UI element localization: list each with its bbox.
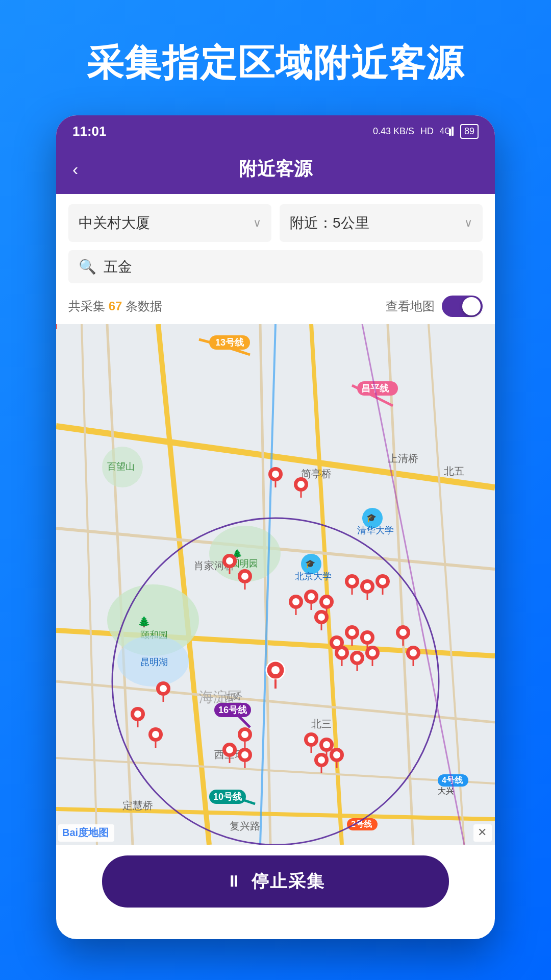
svg-text:Bai度地图: Bai度地图 (62, 827, 109, 838)
header-title: 附近客源 (239, 157, 312, 182)
svg-point-117 (134, 710, 141, 718)
range-chevron-icon: ∨ (464, 216, 472, 230)
svg-point-111 (160, 685, 167, 692)
range-value: 附近：5公里 (290, 213, 369, 233)
svg-text:北三: 北三 (311, 718, 332, 729)
svg-point-132 (308, 736, 315, 743)
svg-rect-1 (449, 129, 451, 136)
stats-row: 共采集 67 条数据 查看地图 (68, 291, 483, 324)
svg-text:✕: ✕ (478, 826, 487, 839)
stop-button-label: 停止采集 (252, 870, 325, 893)
svg-text:简亭桥: 简亭桥 (301, 468, 332, 479)
svg-point-129 (241, 751, 248, 758)
svg-point-102 (338, 649, 345, 656)
page-title: 采集指定区域附近客源 (56, 0, 495, 115)
range-dropdown[interactable]: 附近：5公里 ∨ (280, 204, 483, 242)
back-button[interactable]: ‹ (72, 159, 78, 179)
svg-point-138 (318, 756, 325, 764)
search-icon: 🔍 (79, 258, 96, 275)
svg-text:北五: 北五 (444, 465, 464, 477)
svg-point-90 (379, 578, 386, 585)
network-icon: 4G (440, 125, 454, 138)
svg-text:10号线: 10号线 (213, 792, 242, 802)
search-input[interactable] (104, 259, 472, 275)
svg-text:🎓: 🎓 (366, 513, 377, 523)
svg-text:定慧桥: 定慧桥 (122, 800, 153, 811)
hd-badge: HD (420, 126, 434, 137)
bottom-bar: ⏸ 停止采集 (56, 845, 495, 918)
map-container: 🌲 颐和园 昆明湖 🌲 圆明园 百望山 海淀区 13号线 昌平线 (56, 324, 495, 845)
app-header: ‹ 附近客源 (56, 148, 495, 194)
stats-text: 共采集 67 条数据 (68, 298, 162, 314)
svg-rect-3 (56, 324, 495, 845)
map-toggle-area[interactable]: 查看地图 (386, 296, 483, 317)
svg-text:🎓: 🎓 (305, 559, 315, 569)
svg-point-63 (297, 481, 305, 488)
svg-point-81 (318, 614, 325, 621)
status-icons-group: 0.43 KB/S HD 4G 89 (373, 124, 479, 139)
svg-point-135 (323, 741, 330, 748)
svg-point-147 (410, 649, 417, 656)
svg-text:🌲: 🌲 (138, 616, 151, 628)
battery-icon: 89 (460, 124, 479, 139)
controls-area: 中关村大厦 ∨ 附近：5公里 ∨ 🔍 共采集 67 条数据 查看地图 (56, 194, 495, 324)
stats-count: 67 (109, 299, 122, 313)
svg-point-93 (333, 639, 340, 646)
toggle-switch[interactable] (442, 296, 483, 317)
svg-point-96 (348, 629, 356, 636)
svg-rect-2 (452, 127, 454, 136)
svg-text:百望山: 百望山 (107, 461, 135, 472)
svg-point-108 (369, 649, 376, 656)
status-bar: 11:01 0.43 KB/S HD 4G 89 (56, 115, 495, 148)
location-value: 中关村大厦 (79, 213, 150, 233)
svg-point-87 (364, 583, 371, 590)
svg-point-72 (292, 598, 299, 605)
svg-point-75 (308, 593, 315, 600)
svg-point-99 (364, 634, 371, 641)
svg-point-141 (333, 751, 340, 758)
svg-point-150 (271, 666, 280, 674)
svg-text:上清桥: 上清桥 (388, 453, 418, 464)
status-time: 11:01 (72, 124, 107, 139)
svg-text:昆明湖: 昆明湖 (140, 657, 168, 667)
dropdown-row: 中关村大厦 ∨ 附近：5公里 ∨ (68, 204, 483, 242)
svg-point-66 (226, 557, 233, 565)
svg-point-69 (241, 573, 248, 580)
svg-point-60 (272, 471, 279, 478)
location-dropdown[interactable]: 中关村大厦 ∨ (68, 204, 271, 242)
svg-point-123 (241, 731, 248, 738)
svg-text:大兴: 大兴 (438, 787, 454, 795)
svg-point-120 (152, 731, 159, 738)
svg-text:北京大学: 北京大学 (295, 571, 332, 581)
svg-point-126 (226, 746, 233, 753)
speed-indicator: 0.43 KB/S (373, 126, 414, 137)
svg-point-78 (323, 598, 330, 605)
svg-text:复兴路: 复兴路 (230, 820, 260, 831)
location-chevron-icon: ∨ (253, 216, 261, 230)
pause-icon: ⏸ (226, 873, 242, 890)
svg-point-84 (348, 578, 356, 585)
svg-text:清华大学: 清华大学 (357, 525, 394, 535)
stop-collection-button[interactable]: ⏸ 停止采集 (102, 855, 449, 908)
svg-text:13号线: 13号线 (215, 337, 244, 348)
svg-text:16号线: 16号线 (218, 705, 247, 715)
map-toggle-label: 查看地图 (386, 298, 435, 314)
phone-mockup: 11:01 0.43 KB/S HD 4G 89 ‹ 附近客源 中关村大厦 (56, 115, 495, 939)
svg-point-144 (399, 629, 407, 636)
svg-point-105 (354, 654, 361, 662)
toggle-knob (462, 297, 481, 315)
search-bar: 🔍 (68, 250, 483, 283)
